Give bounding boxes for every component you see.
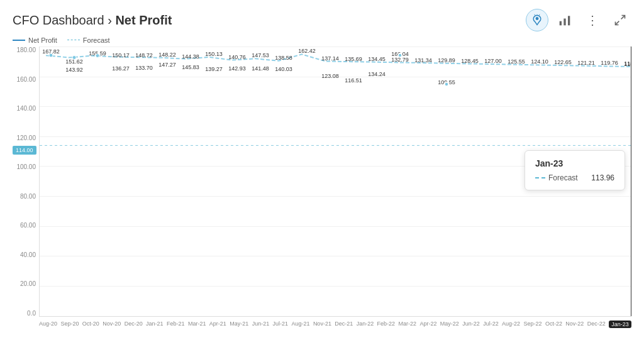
chart-type-button[interactable] — [553, 9, 576, 31]
svg-text:150.17: 150.17 — [112, 52, 130, 58]
svg-point-53 — [96, 54, 99, 58]
svg-text:134.45: 134.45 — [368, 56, 386, 62]
tooltip-legend-forecast: Forecast — [535, 173, 578, 182]
chart-tooltip: Jan-23 Forecast 113.96 — [525, 150, 625, 190]
more-icon: ⋮ — [586, 14, 599, 26]
svg-line-5 — [616, 21, 619, 25]
svg-text:116.51: 116.51 — [345, 77, 362, 84]
svg-text:129.89: 129.89 — [438, 57, 455, 63]
svg-point-0 — [536, 18, 538, 19]
svg-text:122.65: 122.65 — [554, 59, 572, 65]
svg-text:131.34: 131.34 — [414, 57, 432, 63]
svg-rect-3 — [568, 16, 570, 25]
svg-point-51 — [49, 53, 53, 57]
svg-text:143.92: 143.92 — [65, 67, 83, 73]
tooltip-date: Jan-23 — [535, 158, 614, 168]
page-header: CFO Dashboard › Net Profit ⋮ — [0, 0, 644, 36]
breadcrumb[interactable]: CFO Dashboard — [13, 13, 104, 27]
ai-mode-button[interactable] — [526, 9, 548, 31]
current-page: Net Profit — [115, 13, 172, 27]
tooltip-forecast-line — [535, 177, 545, 178]
svg-text:142.93: 142.93 — [228, 65, 246, 72]
tooltip-forecast-value: 113.96 — [591, 173, 614, 182]
svg-rect-2 — [564, 19, 565, 26]
svg-point-52 — [72, 56, 76, 60]
legend-forecast: Forecast — [67, 36, 110, 44]
svg-text:148.22: 148.22 — [158, 52, 176, 58]
svg-text:121.21: 121.21 — [577, 60, 595, 66]
chart-area: 180.00 160.00 140.00 120.00 100.00 80.00… — [13, 47, 631, 336]
svg-text:140.76: 140.76 — [228, 54, 246, 60]
svg-text:124.10: 124.10 — [531, 58, 548, 65]
legend-forecast-line — [67, 40, 80, 41]
tooltip-forecast-label: Forecast — [548, 173, 578, 182]
svg-text:162.42: 162.42 — [298, 48, 316, 54]
svg-rect-1 — [560, 21, 562, 26]
header-actions: ⋮ — [526, 9, 631, 31]
jan23-vertical-line — [631, 47, 632, 316]
svg-point-56 — [398, 53, 402, 57]
x-axis: Aug-20 Sep-20 Oct-20 Nov-20 Dec-20 Jan-2… — [39, 318, 631, 336]
more-options-button[interactable]: ⋮ — [581, 9, 604, 31]
breadcrumb-separator: › — [108, 13, 115, 27]
svg-text:128.45: 128.45 — [461, 58, 479, 64]
chart-legend: Net Profit Forecast — [0, 36, 644, 47]
svg-text:141.48: 141.48 — [252, 65, 269, 72]
svg-text:140.03: 140.03 — [275, 66, 292, 72]
svg-text:133.70: 133.70 — [135, 65, 153, 71]
svg-text:150.13: 150.13 — [205, 51, 223, 57]
svg-text:123.08: 123.08 — [321, 73, 339, 79]
svg-text:137.14: 137.14 — [321, 55, 339, 62]
expand-button[interactable] — [609, 9, 631, 31]
legend-net-label: Net Profit — [28, 36, 57, 44]
svg-point-57 — [445, 82, 448, 86]
legend-forecast-label: Forecast — [83, 36, 110, 44]
page-title: CFO Dashboard › Net Profit — [13, 13, 172, 28]
tooltip-row-forecast: Forecast 113.96 — [535, 173, 614, 182]
svg-text:138.58: 138.58 — [275, 55, 292, 61]
y-value-marker: 114.00 — [13, 146, 36, 155]
legend-net-profit: Net Profit — [13, 36, 57, 44]
y-axis: 180.00 160.00 140.00 120.00 100.00 80.00… — [13, 47, 39, 317]
svg-text:139.27: 139.27 — [205, 66, 223, 72]
svg-text:148.72: 148.72 — [135, 52, 153, 58]
svg-text:147.53: 147.53 — [252, 52, 269, 58]
svg-text:119.76: 119.76 — [601, 60, 618, 66]
svg-text:127.00: 127.00 — [484, 58, 502, 64]
svg-line-4 — [621, 16, 625, 19]
svg-text:145.83: 145.83 — [182, 64, 199, 70]
svg-text:136.27: 136.27 — [112, 65, 130, 72]
svg-text:135.69: 135.69 — [345, 56, 362, 62]
legend-net-line — [13, 40, 25, 41]
svg-text:134.24: 134.24 — [368, 71, 386, 77]
svg-text:125.55: 125.55 — [508, 58, 525, 65]
svg-text:144.38: 144.38 — [182, 53, 199, 60]
svg-text:147.27: 147.27 — [158, 62, 176, 68]
